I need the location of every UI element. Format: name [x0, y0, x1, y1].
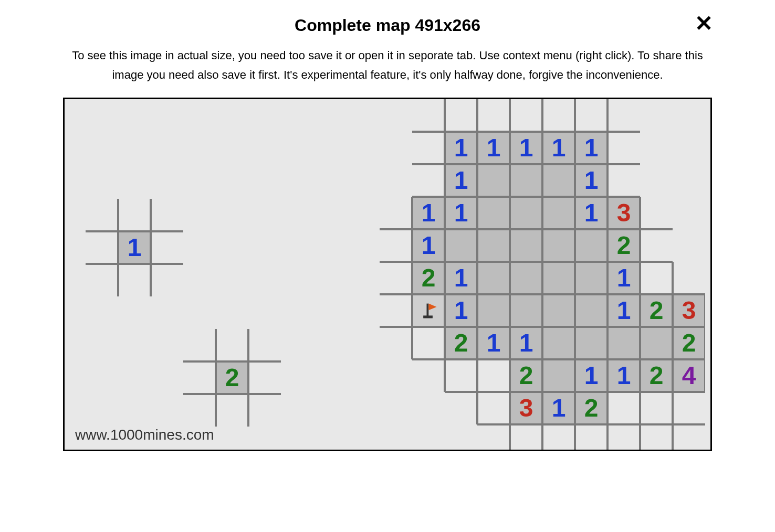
cell-revealed-empty[interactable]	[542, 359, 575, 392]
cell-hidden[interactable]	[380, 262, 412, 294]
cell-hidden[interactable]	[510, 424, 542, 451]
cell-number-1[interactable]: 1	[608, 262, 640, 294]
cell-hidden[interactable]	[183, 329, 216, 361]
cell-revealed-empty[interactable]	[510, 164, 542, 197]
cell-number-1[interactable]: 1	[445, 197, 477, 229]
cell-hidden[interactable]	[477, 392, 510, 424]
cell-revealed-empty[interactable]	[542, 294, 575, 327]
cell-revealed-empty[interactable]	[608, 327, 640, 359]
cell-hidden[interactable]	[477, 99, 510, 132]
cell-hidden[interactable]	[216, 329, 248, 361]
cell-revealed-empty[interactable]	[477, 294, 510, 327]
cell-number-2[interactable]: 2	[412, 262, 445, 294]
cell-hidden[interactable]	[151, 199, 183, 231]
cell-number-2[interactable]: 2	[640, 294, 673, 327]
cell-number-1[interactable]: 1	[477, 327, 510, 359]
cell-hidden[interactable]	[216, 394, 248, 427]
cell-hidden[interactable]	[608, 132, 640, 164]
cell-hidden[interactable]	[86, 264, 118, 296]
cell-number-1[interactable]: 1	[412, 229, 445, 262]
cell-revealed-empty[interactable]	[640, 327, 673, 359]
cell-hidden[interactable]	[151, 231, 183, 264]
cell-revealed-empty[interactable]	[477, 262, 510, 294]
cell-number-2[interactable]: 2	[640, 359, 673, 392]
cell-revealed-empty[interactable]	[575, 327, 608, 359]
cell-number-2[interactable]: 2	[673, 327, 705, 359]
cell-hidden[interactable]	[183, 394, 216, 427]
cell-hidden[interactable]	[608, 164, 640, 197]
cell-revealed-empty[interactable]	[510, 294, 542, 327]
cell-revealed-empty[interactable]	[510, 197, 542, 229]
cell-hidden[interactable]	[575, 424, 608, 451]
cell-hidden[interactable]	[118, 199, 151, 231]
cell-number-3[interactable]: 3	[673, 294, 705, 327]
cell-revealed-empty[interactable]	[575, 229, 608, 262]
cell-hidden[interactable]	[380, 229, 412, 262]
close-button[interactable]: ✕	[690, 10, 717, 37]
cell-hidden[interactable]	[183, 361, 216, 394]
cell-number-2[interactable]: 2	[445, 327, 477, 359]
cell-number-1[interactable]: 1	[575, 359, 608, 392]
cell-hidden[interactable]	[640, 197, 673, 229]
cell-revealed-empty[interactable]	[575, 262, 608, 294]
cell-hidden[interactable]	[640, 229, 673, 262]
cell-number-1[interactable]: 1	[542, 132, 575, 164]
cell-revealed-empty[interactable]	[575, 294, 608, 327]
cell-number-1[interactable]: 1	[575, 197, 608, 229]
cell-hidden[interactable]	[380, 197, 412, 229]
cell-hidden[interactable]	[673, 424, 705, 451]
cell-hidden[interactable]	[640, 392, 673, 424]
cell-hidden[interactable]	[86, 231, 118, 264]
cell-revealed-empty[interactable]	[542, 262, 575, 294]
cell-hidden[interactable]	[412, 327, 445, 359]
cell-number-3[interactable]: 3	[608, 197, 640, 229]
cell-hidden[interactable]	[608, 99, 640, 132]
cell-number-1[interactable]: 1	[575, 164, 608, 197]
cell-hidden[interactable]	[640, 424, 673, 451]
cell-revealed-empty[interactable]	[477, 229, 510, 262]
cell-hidden[interactable]	[608, 424, 640, 451]
cell-hidden[interactable]	[542, 99, 575, 132]
cell-hidden[interactable]	[248, 329, 281, 361]
cell-revealed-empty[interactable]	[445, 229, 477, 262]
cell-revealed-empty[interactable]	[542, 197, 575, 229]
cell-number-1[interactable]: 1	[412, 197, 445, 229]
cell-hidden[interactable]	[477, 359, 510, 392]
cell-number-2[interactable]: 2	[608, 229, 640, 262]
cell-revealed-empty[interactable]	[477, 197, 510, 229]
cell-number-1[interactable]: 1	[445, 294, 477, 327]
cell-number-1[interactable]: 1	[445, 164, 477, 197]
cell-hidden[interactable]	[445, 99, 477, 132]
cell-hidden[interactable]	[575, 99, 608, 132]
cell-hidden[interactable]	[673, 392, 705, 424]
cell-flag[interactable]	[412, 294, 445, 327]
cell-hidden[interactable]	[412, 164, 445, 197]
cell-hidden[interactable]	[412, 132, 445, 164]
cell-hidden[interactable]	[380, 327, 412, 359]
cell-number-1[interactable]: 1	[118, 231, 151, 264]
cell-hidden[interactable]	[412, 99, 445, 132]
cell-number-1[interactable]: 1	[575, 132, 608, 164]
cell-number-1[interactable]: 1	[510, 132, 542, 164]
cell-revealed-empty[interactable]	[510, 262, 542, 294]
cell-revealed-empty[interactable]	[542, 229, 575, 262]
cell-hidden[interactable]	[640, 262, 673, 294]
cell-number-1[interactable]: 1	[542, 392, 575, 424]
cell-number-1[interactable]: 1	[510, 327, 542, 359]
cell-revealed-empty[interactable]	[542, 327, 575, 359]
cell-hidden[interactable]	[412, 359, 445, 392]
cell-hidden[interactable]	[477, 424, 510, 451]
cell-hidden[interactable]	[608, 392, 640, 424]
cell-hidden[interactable]	[673, 262, 705, 294]
cell-hidden[interactable]	[151, 264, 183, 296]
cell-hidden[interactable]	[510, 99, 542, 132]
cell-number-2[interactable]: 2	[510, 359, 542, 392]
cell-hidden[interactable]	[248, 361, 281, 394]
cell-number-3[interactable]: 3	[510, 392, 542, 424]
cell-hidden[interactable]	[118, 264, 151, 296]
cell-revealed-empty[interactable]	[477, 164, 510, 197]
cell-hidden[interactable]	[86, 199, 118, 231]
cell-number-1[interactable]: 1	[608, 359, 640, 392]
cell-hidden[interactable]	[542, 424, 575, 451]
cell-hidden[interactable]	[248, 394, 281, 427]
